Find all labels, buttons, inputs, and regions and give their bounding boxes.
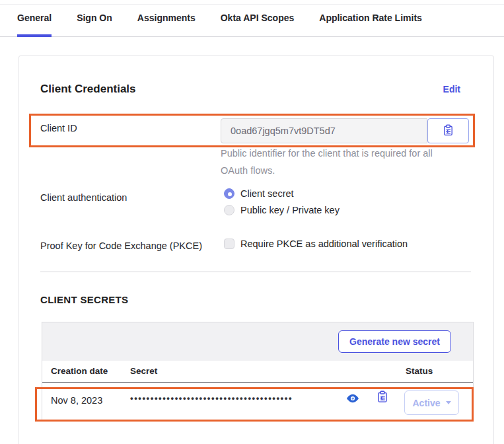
client-secret-option: Client secret [224, 188, 340, 199]
copy-secret-button[interactable] [374, 389, 391, 406]
eye-icon [345, 398, 360, 408]
pkce-checkbox-label: Require PKCE as additional verification [240, 239, 408, 249]
client-credentials-header: Client Credentials Edit [40, 83, 460, 96]
client-id-help-text: Public identifier for the client that is… [221, 145, 452, 179]
caret-down-icon [446, 401, 451, 404]
reveal-secret-button[interactable] [345, 391, 361, 407]
okta-app-settings-page: General Sign On Assignments Okta API Sco… [0, 0, 504, 444]
generate-new-secret-button[interactable]: Generate new secret [338, 330, 451, 353]
public-key-option: Public key / Private key [224, 205, 340, 215]
tab-general[interactable]: General [17, 13, 52, 37]
clipboard-copy-icon [442, 124, 455, 139]
status-dropdown[interactable]: Active [404, 390, 459, 415]
general-settings-card: Client Credentials Edit Client ID 0oad67… [18, 56, 494, 444]
client-credentials-title: Client Credentials [40, 83, 136, 96]
column-header-creation-date: Creation date [51, 366, 108, 376]
tab-application-rate-limits[interactable]: Application Rate Limits [319, 13, 422, 37]
radio-public-key-label: Public key / Private key [240, 205, 340, 215]
pkce-checkbox[interactable] [224, 239, 234, 249]
status-label: Active [412, 398, 440, 408]
table-header-row: Creation date Secret Status [42, 361, 473, 383]
client-secrets-table: Generate new secret Creation date Secret… [42, 322, 474, 420]
table-toolbar: Generate new secret [42, 322, 473, 361]
masked-secret-cell: •••••••••••••••••••••••••••••••••••••••• [130, 393, 343, 403]
clipboard-copy-icon [376, 396, 390, 406]
column-header-secret: Secret [130, 366, 157, 376]
radio-public-key[interactable] [224, 205, 234, 215]
table-row: Nov 8, 2023 ••••••••••••••••••••••••••••… [42, 383, 473, 420]
client-secrets-title: CLIENT SECRETS [40, 294, 128, 305]
tab-assignments[interactable]: Assignments [137, 13, 196, 37]
pkce-option: Require PKCE as additional verification [224, 239, 408, 249]
client-authentication-label: Client authentication [40, 192, 127, 203]
column-header-status: Status [406, 366, 433, 376]
creation-date-cell: Nov 8, 2023 [51, 395, 102, 406]
tab-sign-on[interactable]: Sign On [77, 13, 112, 37]
tab-okta-api-scopes[interactable]: Okta API Scopes [221, 13, 295, 37]
tab-bar: General Sign On Assignments Okta API Sco… [0, 5, 504, 37]
edit-button[interactable]: Edit [443, 84, 460, 94]
copy-client-id-button[interactable] [427, 118, 469, 143]
radio-client-secret-label: Client secret [240, 188, 294, 199]
section-divider [40, 272, 471, 272]
pkce-label: Proof Key for Code Exchange (PKCE) [40, 240, 202, 251]
radio-client-secret[interactable] [224, 188, 234, 199]
client-id-input[interactable]: 0oad67jgq5m7vt9DT5d7 [221, 118, 427, 143]
client-id-label: Client ID [40, 123, 77, 133]
client-authentication-options: Client secret Public key / Private key [224, 188, 340, 215]
